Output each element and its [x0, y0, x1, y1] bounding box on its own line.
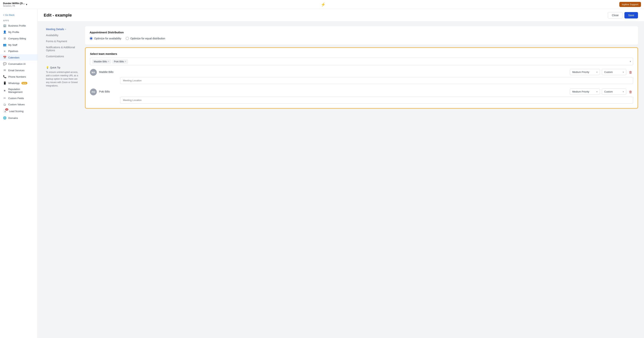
distribution-radio-group: Optimize for availability Optimize for e… [90, 37, 634, 40]
custom-chevron-poki: ▾ [623, 90, 624, 93]
sidebar-item-phone-numbers[interactable]: 📞 Phone Numbers [0, 74, 38, 80]
custom-select-maddie[interactable]: Custom ▾ [602, 69, 626, 75]
member-controls-row-maddie: Medium Priority ▾ Custom ▾ 🗑 [120, 69, 633, 75]
quick-tip-text: To ensure uninterrupted access, add a cu… [46, 71, 78, 87]
priority-select-maddie[interactable]: Medium Priority ▾ [570, 69, 600, 75]
top-bar-center: ⚡ [321, 2, 326, 7]
edit-header: Edit - example Close Save [38, 9, 644, 22]
delete-maddie-button[interactable]: 🗑 [628, 70, 633, 75]
fields-icon: ✏ [3, 97, 6, 100]
domains-icon: 🌐 [3, 116, 6, 120]
nav-forms-payment[interactable]: Forms & Payment [44, 38, 80, 44]
chat-icon: 💬 [3, 62, 6, 66]
quick-tip-header: 💡 Quick Tip [46, 66, 78, 69]
nav-notifications[interactable]: Notifications & Additional Options [44, 44, 78, 53]
sidebar-label-calendars: Calendars [8, 56, 20, 59]
tag-input-chevron-icon: ▾ [630, 60, 631, 63]
scoring-icon: g 48 [3, 109, 7, 113]
nav-meeting-details[interactable]: Meeting Details › [44, 26, 80, 32]
sidebar-item-email-services[interactable]: ✉ Email Services [0, 67, 38, 74]
tag-list: Maddie Billo × Poki Billo × [92, 60, 128, 64]
values-icon: 🗂 [3, 103, 6, 106]
support-button[interactable]: topline Support [619, 2, 641, 7]
sidebar-section-title: Apps [0, 18, 38, 23]
sidebar-label-domains: Domains [8, 117, 18, 119]
team-members-title: Select team members [90, 52, 633, 55]
nav-customizations[interactable]: Customizations [44, 53, 80, 59]
tag-maddie-remove[interactable]: × [108, 60, 110, 63]
sidebar-item-custom-fields[interactable]: ✏ Custom Fields [0, 95, 38, 101]
lightbulb-icon: 💡 [46, 66, 49, 69]
close-button[interactable]: Close [608, 12, 622, 19]
sidebar-label-phone-numbers: Phone Numbers [8, 75, 26, 78]
billing-icon: ⊞ [3, 37, 6, 40]
delete-poki-button[interactable]: 🗑 [628, 89, 633, 95]
lightning-icon: ⚡ [321, 2, 326, 7]
sidebar-item-custom-values[interactable]: 🗂 Custom Values [0, 101, 38, 108]
sidebar-label-email-services: Email Services [8, 69, 24, 72]
whatsapp-icon: 📱 [3, 81, 6, 85]
optimize-availability-label: Optimize for availability [94, 37, 121, 40]
sidebar-label-reputation: Reputation Management [8, 88, 34, 94]
sidebar: < Go Back Apps 🏢 Business Profile 👤 My P… [0, 9, 38, 338]
star-icon: ★ [3, 89, 6, 92]
member-controls-maddie: Medium Priority ▾ Custom ▾ 🗑 [120, 69, 633, 84]
sidebar-item-reputation[interactable]: ★ Reputation Management [0, 86, 38, 95]
custom-select-poki[interactable]: Custom ▾ [602, 89, 626, 95]
priority-chevron-poki: ▾ [596, 90, 598, 93]
optimize-availability-option[interactable]: Optimize for availability [90, 37, 121, 40]
sidebar-label-whatsapp: WhatsApp [8, 82, 20, 85]
team-members-section: Select team members Maddie Billo × Poki … [85, 48, 638, 109]
sidebar-item-whatsapp[interactable]: 📱 WhatsApp beta [0, 80, 38, 86]
avatar-maddie: MA [90, 69, 97, 76]
sidebar-item-my-staff[interactable]: 👥 My Staff [0, 42, 38, 48]
staff-icon: 👥 [3, 43, 6, 47]
location-input-poki[interactable] [120, 97, 633, 104]
member-controls-row-poki: Medium Priority ▾ Custom ▾ 🗑 [120, 89, 633, 95]
optimize-availability-radio[interactable] [90, 37, 93, 40]
sidebar-item-business-profile[interactable]: 🏢 Business Profile [0, 23, 38, 29]
optimize-equal-radio[interactable] [126, 37, 129, 40]
main-content: Edit - example Close Save Meeting Detail… [38, 9, 644, 338]
sidebar-item-lead-scoring[interactable]: g 48 Lead Scoring [0, 108, 38, 115]
team-members-tag-input[interactable]: Maddie Billo × Poki Billo × ▾ [90, 58, 633, 65]
sidebar-item-domains[interactable]: 🌐 Domains [0, 115, 38, 121]
org-name: Dunder Mifflin [D... [3, 2, 25, 5]
phone-icon: 📞 [3, 75, 6, 78]
location-row-maddie [120, 77, 633, 84]
workspace-selector[interactable]: Dunder Mifflin [D... Scranton, PA ▾ [3, 2, 27, 7]
save-button[interactable]: Save [624, 12, 638, 19]
sidebar-label-business-profile: Business Profile [8, 24, 26, 27]
member-row-poki: PO Poki Billo Medium Priority ▾ [90, 89, 633, 104]
quick-tip-title: Quick Tip [50, 66, 60, 69]
tag-maddie-label: Maddie Billo [94, 60, 107, 63]
avatar-poki: PO [90, 89, 97, 95]
location-input-maddie[interactable] [120, 77, 633, 84]
quick-tip: 💡 Quick Tip To ensure uninterrupted acce… [44, 64, 80, 90]
sidebar-item-pipelines[interactable]: ≡ Pipelines [0, 48, 38, 54]
email-icon: ✉ [3, 69, 6, 72]
tag-poki-remove[interactable]: × [125, 60, 126, 63]
nav-availability[interactable]: Availability [44, 32, 80, 38]
left-nav: Meeting Details › Availability Forms & P… [44, 26, 85, 109]
top-bar-right: topline Support [619, 2, 641, 7]
sidebar-item-my-profile[interactable]: 👤 My Profile [0, 29, 38, 35]
notifications-label: Notifications & Additional Options [46, 46, 75, 52]
go-back-link[interactable]: < Go Back [0, 12, 38, 18]
person-icon: 👤 [3, 30, 6, 34]
custom-chevron-maddie: ▾ [623, 71, 624, 74]
chevron-down-icon: ▾ [26, 3, 27, 6]
sidebar-label-pipelines: Pipelines [8, 50, 18, 53]
sidebar-item-calendars[interactable]: 📅 Calendars [0, 54, 38, 61]
content-area: Meeting Details › Availability Forms & P… [38, 22, 644, 113]
building-icon: 🏢 [3, 24, 6, 27]
form-area: Appointment Distribution Optimize for av… [85, 26, 638, 109]
custom-value-poki: Custom [604, 90, 613, 93]
priority-select-poki[interactable]: Medium Priority ▾ [570, 89, 600, 95]
pipelines-icon: ≡ [3, 50, 6, 53]
sidebar-item-company-billing[interactable]: ⊞ Company Billing [0, 35, 38, 42]
availability-label: Availability [46, 34, 58, 37]
beta-badge: beta [22, 82, 27, 84]
sidebar-item-conversation-ai[interactable]: 💬 Conversation AI [0, 61, 38, 67]
optimize-equal-option[interactable]: Optimize for equal distribution [126, 37, 165, 40]
